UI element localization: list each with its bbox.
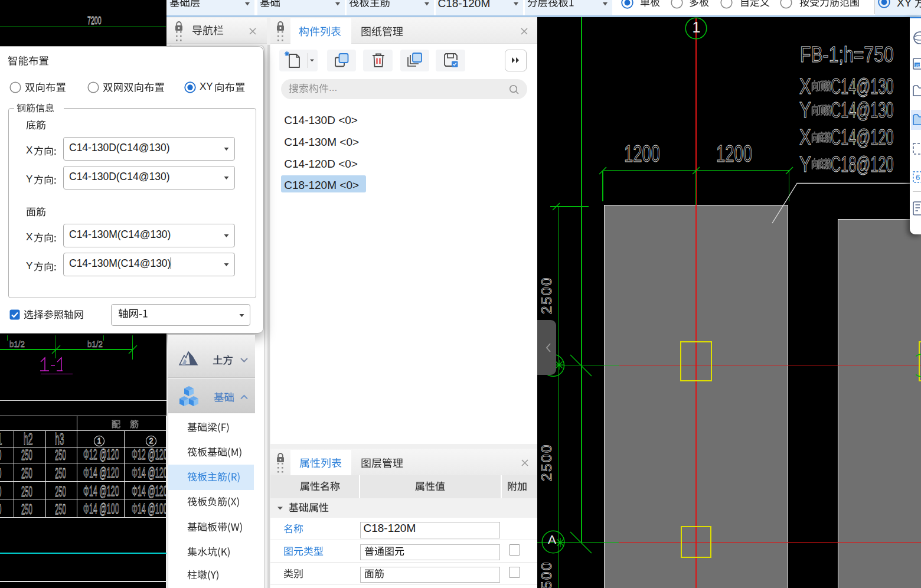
svg-text:1: 1: [97, 437, 102, 445]
svg-text:3D: 3D: [915, 63, 920, 67]
svg-text:6: 6: [916, 173, 920, 182]
svg-text:2: 2: [149, 437, 154, 445]
